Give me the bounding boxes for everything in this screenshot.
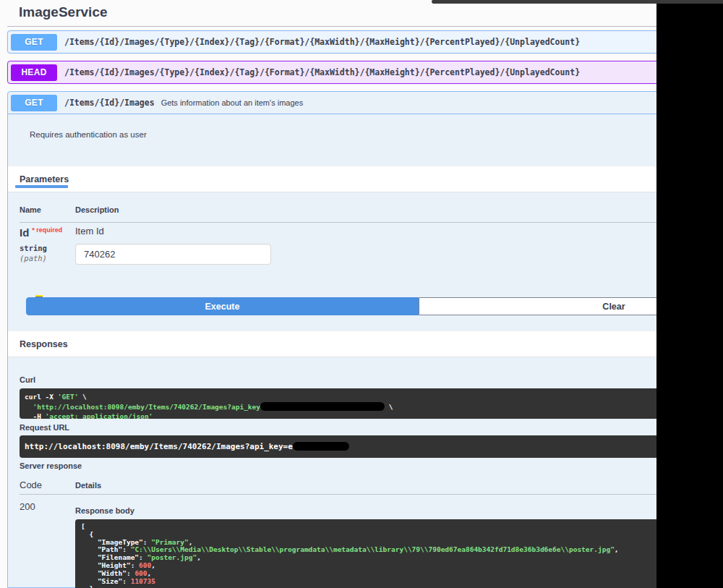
- endpoint-path: /Items/{Id}/Images/{Type}/{Index}/{Tag}/…: [64, 67, 580, 77]
- auth-note: Requires authentication as user: [30, 130, 147, 139]
- request-url-block: http://localhost:8098/emby/Items/740262/…: [20, 435, 723, 458]
- server-response-label: Server response: [20, 461, 82, 470]
- parameter-type: string: [20, 244, 47, 252]
- parameter-name-text: Id: [20, 226, 29, 239]
- curl-label: Curl: [20, 375, 35, 384]
- parameter-description: Item Id: [75, 226, 104, 237]
- required-badge: * required: [32, 226, 62, 234]
- code-column-header: Code: [20, 480, 42, 490]
- column-header-description: Description: [75, 205, 119, 214]
- redaction-right-band: [656, 0, 723, 588]
- responses-title: Responses: [20, 339, 68, 349]
- header-divider: [7, 26, 723, 27]
- response-table-divider: [20, 494, 723, 495]
- head-method-badge: HEAD: [11, 64, 57, 81]
- active-tab-underline: [15, 185, 68, 188]
- response-body-label: Response body: [75, 506, 134, 515]
- status-code: 200: [20, 501, 35, 512]
- endpoint-expanded-get-item-images: GET /Items/{Id}/Images Gets information …: [7, 91, 723, 588]
- column-header-name: Name: [20, 205, 41, 214]
- endpoint-path: /Items/{Id}/Images/{Type}/{Index}/{Tag}/…: [64, 37, 580, 47]
- swagger-page: ImageService GET /Items/{Id}/Images/{Typ…: [0, 0, 723, 588]
- endpoint-row-get-image-by-params[interactable]: GET /Items/{Id}/Images/{Type}/{Index}/{T…: [7, 30, 723, 54]
- redaction-top-bar: [432, 0, 723, 4]
- parameter-location: (path): [20, 254, 47, 263]
- get-method-badge: GET: [11, 95, 57, 111]
- endpoint-row-head-image-by-params[interactable]: HEAD /Items/{Id}/Images/{Type}/{Index}/{…: [7, 61, 723, 84]
- table-divider: [20, 222, 723, 223]
- curl-command-block: curl -X 'GET' \ 'http://localhost:8098/e…: [20, 388, 723, 419]
- endpoint-summary-row[interactable]: GET /Items/{Id}/Images Gets information …: [8, 92, 723, 114]
- request-url-label: Request URL: [20, 423, 69, 432]
- page-title: ImageService: [19, 4, 108, 20]
- endpoint-description: Gets information about an item's images: [161, 98, 304, 107]
- tab-parameters[interactable]: Parameters: [20, 174, 69, 184]
- get-method-badge: GET: [11, 34, 57, 51]
- response-body-block: [ { "ImageType": "Primary", "Path": "C:\…: [75, 519, 723, 588]
- parameter-id-input[interactable]: [75, 244, 271, 265]
- execute-button[interactable]: Execute: [26, 297, 419, 315]
- responses-section-header: Responses: [8, 331, 723, 357]
- parameters-section-header: Parameters: [8, 166, 723, 192]
- details-column-header: Details: [75, 481, 101, 490]
- endpoint-path: /Items/{Id}/Images: [64, 98, 155, 108]
- parameter-name: Id* required: [20, 226, 62, 239]
